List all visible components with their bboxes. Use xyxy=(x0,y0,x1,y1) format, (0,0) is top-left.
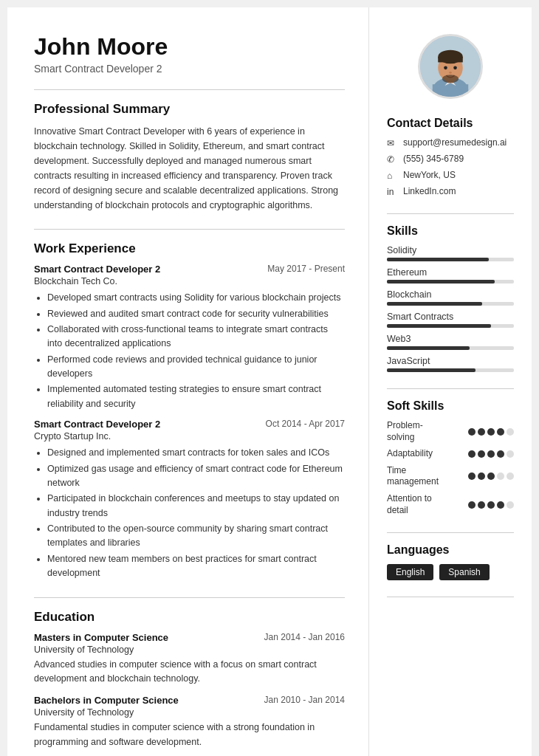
edu-degree: Masters in Computer Science xyxy=(34,632,168,643)
skills-divider xyxy=(387,388,514,389)
summary-divider xyxy=(34,229,345,230)
soft-skill-item: Time management xyxy=(387,465,514,488)
contact-text: NewYork, US xyxy=(403,170,456,180)
list-item: Developed smart contracts using Solidity… xyxy=(47,291,345,305)
list-item: Mentored new team members on best practi… xyxy=(47,552,345,581)
soft-skill-name: Time management xyxy=(387,465,450,488)
skill-name: Web3 xyxy=(387,334,514,344)
candidate-name: John Moore xyxy=(34,34,345,60)
edu-item: Bachelors in Computer Science Jan 2010 -… xyxy=(34,695,345,749)
svg-point-10 xyxy=(449,72,452,74)
soft-skill-item: Adaptability xyxy=(387,448,514,460)
skill-bar-fill xyxy=(387,324,491,328)
job-item: Smart Contract Developer 2 Oct 2014 - Ap… xyxy=(34,419,345,580)
jobs-list: Smart Contract Developer 2 May 2017 - Pr… xyxy=(34,264,345,580)
soft-skill-item: Attention to detail xyxy=(387,493,514,516)
contact-text: LinkedIn.com xyxy=(403,186,456,196)
skill-bar-bg xyxy=(387,258,514,261)
skill-dot xyxy=(478,501,485,509)
skill-dots xyxy=(468,501,514,509)
skill-bar-bg xyxy=(387,346,514,350)
skill-dot xyxy=(497,428,504,436)
skill-dot xyxy=(478,450,485,458)
list-item: Collaborated with cross-functional teams… xyxy=(47,323,345,351)
skill-bar-fill xyxy=(387,346,470,350)
professional-summary-section: Professional Summary Innovative Smart Co… xyxy=(34,102,345,213)
skill-dot xyxy=(497,501,504,509)
skill-name: Ethereum xyxy=(387,267,514,278)
contact-text: (555) 345-6789 xyxy=(403,154,464,164)
professional-summary-text: Innovative Smart Contract Developer with… xyxy=(34,124,345,213)
skill-dot xyxy=(468,472,476,480)
soft-skill-name: Adaptability xyxy=(387,448,450,460)
skill-item: JavaScript xyxy=(387,356,514,372)
job-bullets: Designed and implemented smart contracts… xyxy=(34,446,345,580)
skill-dot xyxy=(487,472,495,480)
language-tag: English xyxy=(387,564,433,580)
soft-skills-list: Problem-solving Adaptability Time manage… xyxy=(387,420,514,516)
professional-summary-title: Professional Summary xyxy=(34,102,345,117)
candidate-title: Smart Contract Developer 2 xyxy=(34,63,345,75)
work-experience-section: Work Experience Smart Contract Developer… xyxy=(34,241,345,580)
soft-skill-name: Problem-solving xyxy=(387,420,450,443)
svg-point-9 xyxy=(453,66,457,70)
soft-skills-divider xyxy=(387,532,514,533)
skill-dot xyxy=(507,428,514,436)
edu-desc: Fundamental studies in computer science … xyxy=(34,721,345,749)
skill-item: Solidity xyxy=(387,245,514,261)
svg-point-11 xyxy=(442,75,459,83)
list-item: Reviewed and audited smart contract code… xyxy=(47,307,345,321)
list-item: Designed and implemented smart contracts… xyxy=(47,446,345,460)
contact-item: ⌂NewYork, US xyxy=(387,170,514,181)
contact-text: support@resumedesign.ai xyxy=(403,137,507,148)
svg-point-8 xyxy=(444,66,447,70)
skill-name: Blockchain xyxy=(387,289,514,300)
education-list: Masters in Computer Science Jan 2014 - J… xyxy=(34,632,345,750)
language-tag: Spanish xyxy=(439,564,489,580)
skill-bar-fill xyxy=(387,280,495,284)
resume-container: John Moore Smart Contract Developer 2 Pr… xyxy=(7,7,532,756)
skill-dots xyxy=(468,428,514,436)
list-item: Implemented automated testing strategies… xyxy=(47,382,345,411)
skill-item: Blockchain xyxy=(387,289,514,306)
skill-bar-bg xyxy=(387,324,514,328)
soft-skill-name: Attention to detail xyxy=(387,493,450,516)
header-divider xyxy=(34,89,345,90)
contact-icon: ✆ xyxy=(387,154,399,165)
skill-dot xyxy=(478,428,485,436)
languages-divider xyxy=(387,597,514,597)
skill-item: Ethereum xyxy=(387,267,514,284)
svg-rect-2 xyxy=(433,84,468,97)
skills-list: Solidity Ethereum Blockchain Smart Contr… xyxy=(387,245,514,372)
list-item: Contributed to the open-source community… xyxy=(47,522,345,551)
skill-dot xyxy=(497,472,504,480)
skill-bar-fill xyxy=(387,368,476,372)
skills-section: Skills Solidity Ethereum Blockchain Smar… xyxy=(387,224,514,372)
skill-dot xyxy=(487,501,495,509)
svg-rect-7 xyxy=(438,57,463,62)
skill-dot xyxy=(487,450,495,458)
contact-list: ✉support@resumedesign.ai✆(555) 345-6789⌂… xyxy=(387,137,514,197)
contact-item: ✉support@resumedesign.ai xyxy=(387,137,514,148)
job-item: Smart Contract Developer 2 May 2017 - Pr… xyxy=(34,264,345,411)
job-bullets: Developed smart contracts using Solidity… xyxy=(34,291,345,411)
skill-dot xyxy=(497,450,504,458)
contact-divider xyxy=(387,213,514,214)
skill-dot xyxy=(478,472,485,480)
skills-title: Skills xyxy=(387,224,514,238)
edu-dates: Jan 2010 - Jan 2014 xyxy=(264,695,345,705)
job-dates: May 2017 - Present xyxy=(267,264,345,274)
job-company: Blockchain Tech Co. xyxy=(34,276,345,286)
contact-icon: ⌂ xyxy=(387,171,399,181)
skill-name: Smart Contracts xyxy=(387,312,514,322)
education-title: Education xyxy=(34,610,345,625)
skill-dot xyxy=(468,428,476,436)
name-section: John Moore Smart Contract Developer 2 xyxy=(34,34,345,75)
skill-item: Smart Contracts xyxy=(387,312,514,328)
skill-dot xyxy=(468,450,476,458)
contact-item: inLinkedIn.com xyxy=(387,186,514,197)
contact-icon: in xyxy=(387,187,399,197)
list-item: Optimized gas usage and efficiency of sm… xyxy=(47,462,345,491)
languages-section: Languages EnglishSpanish xyxy=(387,543,514,580)
skill-item: Web3 xyxy=(387,334,514,350)
